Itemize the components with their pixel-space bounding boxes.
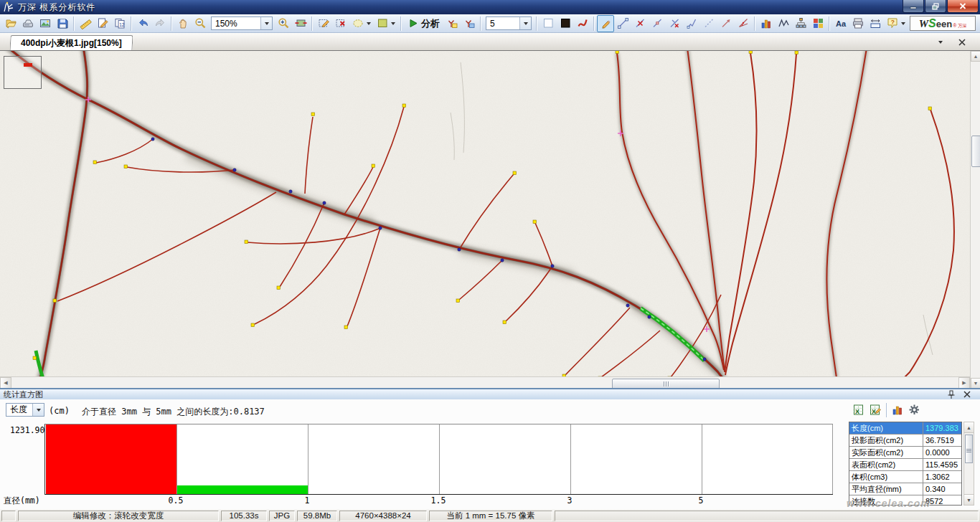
vertical-scroll-thumb[interactable] — [971, 136, 980, 167]
topology-tree-button[interactable] — [792, 15, 809, 32]
minimize-button[interactable] — [903, 0, 924, 13]
brand-logo-sub: 万深 — [958, 23, 966, 29]
brand-logo-reg: ® — [953, 23, 956, 28]
direction-arrow-button[interactable] — [717, 15, 735, 32]
histogram-tools: XX — [851, 402, 923, 418]
stats-label: 表面积(cm2) — [849, 459, 923, 470]
help-button[interactable]: ? — [884, 15, 908, 32]
region-color-button[interactable] — [374, 15, 398, 32]
scroll-left-arrow[interactable]: ◀ — [0, 377, 11, 389]
chevron-down-icon[interactable] — [260, 17, 272, 29]
stats-table-row[interactable]: 长度(cm)1379.383 — [849, 422, 961, 435]
scroll-up-arrow[interactable]: ▲ — [971, 51, 980, 62]
zoom-out-button[interactable] — [192, 15, 209, 32]
split-root-button[interactable] — [614, 15, 631, 32]
zoom-in-button[interactable] — [275, 15, 292, 32]
connect-segments-button[interactable] — [649, 15, 666, 32]
app-logo-icon — [2, 1, 15, 13]
gridline — [832, 424, 833, 494]
analyze-run-button[interactable]: 分析 — [404, 15, 443, 32]
scroll-down-arrow[interactable]: ▼ — [971, 378, 980, 389]
settings-gear-icon — [908, 404, 920, 416]
save-button[interactable] — [54, 15, 71, 32]
scroll-right-arrow[interactable]: ▶ — [958, 377, 970, 389]
ruler-button[interactable] — [77, 15, 94, 32]
topology-tree-icon — [795, 17, 807, 29]
histogram-chart-button[interactable] — [758, 15, 775, 32]
statistics-table-scrollbar[interactable]: ▲ ▼ — [963, 422, 974, 506]
edit-root-button[interactable] — [597, 15, 614, 32]
root-trace-icon — [577, 17, 589, 29]
chevron-down-icon[interactable] — [901, 22, 905, 25]
tab-active-image[interactable]: 400dpi小麦根1.jpg[150%] — [9, 35, 133, 51]
chevron-down-icon[interactable] — [391, 22, 395, 25]
parameter-combo[interactable]: 5 — [486, 16, 532, 30]
zoom-level-combo[interactable]: 150% — [211, 16, 273, 30]
histogram-chart-button[interactable] — [890, 402, 906, 418]
undo-button[interactable] — [134, 15, 151, 32]
statistics-table[interactable]: 长度(cm)1379.383投影面积(cm2)36.7519实际面积(cm2)0… — [849, 422, 962, 506]
status-field: JPG — [269, 511, 295, 521]
close-button[interactable] — [947, 0, 979, 13]
canvas-horizontal-scrollbar[interactable]: ◀ ▶ — [0, 376, 970, 389]
chevron-down-icon[interactable] — [32, 404, 44, 416]
duplicate-pages-button[interactable]: 12 — [111, 15, 128, 32]
acquire-image-button[interactable] — [37, 15, 54, 32]
split-root-icon — [617, 17, 629, 29]
scroll-up-arrow[interactable]: ▲ — [964, 422, 974, 433]
settings-gear-button[interactable] — [906, 402, 923, 418]
open-folder-button[interactable] — [2, 15, 19, 32]
zoom-out-icon — [194, 17, 207, 29]
draw-region-button[interactable] — [315, 15, 332, 32]
panel-close-button[interactable] — [961, 389, 973, 399]
stats-table-row[interactable]: 连接数8572 — [849, 495, 961, 506]
measure-angle-button[interactable] — [735, 15, 752, 32]
print-button[interactable] — [849, 15, 867, 32]
stats-table-row[interactable]: 表面积(cm2)115.4595 — [849, 459, 961, 471]
color-classes-button[interactable] — [809, 15, 826, 32]
tab-close-button[interactable] — [956, 37, 969, 48]
scanner-button[interactable] — [19, 15, 37, 32]
stats-table-row[interactable]: 实际面积(cm2)0.0000 — [849, 447, 961, 459]
root-trace-button[interactable] — [574, 15, 591, 32]
region-color-icon — [377, 17, 389, 29]
panel-pin-button[interactable] — [946, 389, 957, 399]
select-region-button[interactable] — [349, 15, 374, 32]
stats-label: 投影面积(cm2) — [849, 435, 923, 446]
restore-icon — [932, 3, 940, 10]
analyze-compare-button[interactable] — [461, 15, 478, 32]
stats-table-row[interactable]: 投影面积(cm2)36.7519 — [849, 435, 961, 447]
analyze-batch-button[interactable] — [443, 15, 461, 32]
fit-window-button[interactable] — [292, 15, 309, 32]
dashed-segment-button[interactable] — [700, 15, 717, 32]
delete-region-button[interactable] — [332, 15, 349, 32]
stats-table-row[interactable]: 体积(cm3)1.3062 — [849, 471, 961, 483]
x-axis-label: 直径(mm) — [4, 495, 40, 506]
edit-page-button[interactable] — [94, 15, 111, 32]
tab-list-button[interactable] — [934, 37, 947, 48]
table-scroll-thumb[interactable] — [965, 435, 973, 463]
root-image-canvas[interactable] — [0, 51, 970, 376]
chevron-down-icon[interactable] — [367, 22, 371, 25]
scroll-down-arrow[interactable]: ▼ — [964, 494, 974, 505]
curve-chart-button[interactable] — [775, 15, 792, 32]
navigator-thumbnail[interactable] — [4, 56, 42, 89]
stats-table-row[interactable]: 平均直径(mm)0.340 — [849, 483, 961, 495]
toolbar-separator — [480, 16, 481, 31]
excel-edit-button[interactable]: X — [867, 402, 884, 418]
swatch-white-button[interactable] — [540, 15, 557, 32]
restore-button[interactable] — [925, 0, 946, 13]
navigator-view-rect[interactable] — [24, 63, 32, 67]
delete-junction-button[interactable] — [666, 15, 683, 32]
pan-hand-button[interactable] — [174, 15, 192, 32]
text-label-button[interactable]: Aa — [832, 15, 849, 32]
excel-export-button[interactable]: X — [851, 402, 867, 418]
delete-segment-button[interactable] — [631, 15, 649, 32]
swatch-black-button[interactable] — [557, 15, 574, 32]
reconnect-root-button[interactable] — [683, 15, 700, 32]
redo-button[interactable] — [151, 15, 169, 32]
metric-select[interactable]: 长度 — [6, 403, 44, 417]
width-measure-button[interactable] — [867, 15, 884, 32]
chevron-down-icon[interactable] — [519, 17, 531, 29]
canvas-vertical-scrollbar[interactable]: ▲ ▼ — [970, 51, 980, 389]
